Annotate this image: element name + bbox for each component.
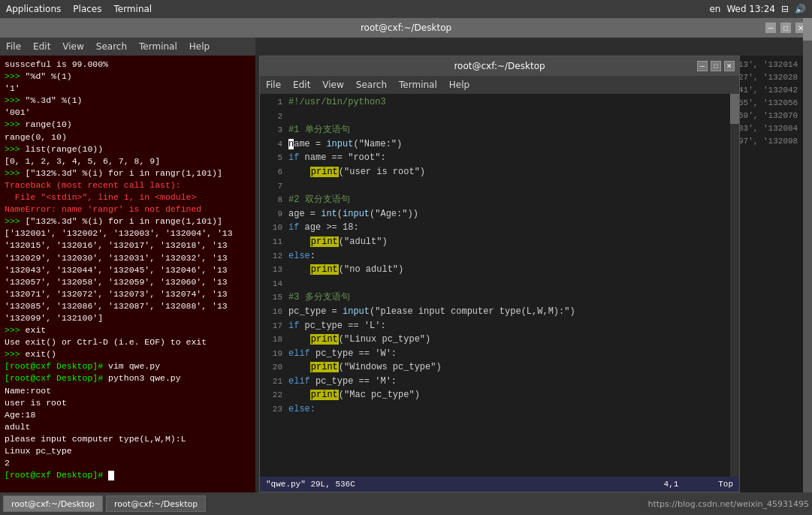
vim-scrollbar[interactable]: [730, 94, 739, 477]
main-menubar: File Edit View Search Terminal Help: [0, 38, 255, 56]
vim-maximize-button[interactable]: □: [711, 61, 721, 71]
system-time: Wed 13:24: [726, 4, 775, 14]
right-scrollbar[interactable]: [803, 18, 812, 492]
code-line-9: 9 age = int(input("Age:")): [260, 207, 730, 221]
system-bar-right: en Wed 13:24 ⊟ 🔊: [709, 4, 806, 14]
right-panel-line: 97', '132098: [738, 135, 801, 148]
taskbar-item-1-label: root@cxf:~/Desktop: [11, 499, 95, 509]
system-lang: en: [709, 4, 720, 14]
vim-code[interactable]: 1 #!/usr/bin/python3 2 3 #1 单分支语句 4 name…: [260, 94, 730, 477]
code-line-15: 15 #3 多分支语句: [260, 291, 730, 305]
system-bar-left: Applications Places Terminal: [6, 4, 152, 14]
main-titlebar-controls: ─ □ ✕: [765, 23, 806, 33]
code-line-5: 5 if name == "root":: [260, 151, 730, 165]
code-line-2: 2: [260, 110, 730, 124]
network-icon: ⊟: [781, 4, 789, 14]
taskbar-url: https://blog.csdn.net/weixin_45931495: [647, 499, 809, 509]
taskbar: root@cxf:~/Desktop root@cxf:~/Desktop ht…: [0, 492, 812, 515]
system-terminal[interactable]: Terminal: [113, 4, 152, 14]
volume-icon: 🔊: [795, 4, 806, 14]
vim-status-file: "qwe.py" 29L, 536C: [266, 480, 355, 489]
vim-menu-terminal[interactable]: Terminal: [399, 80, 437, 90]
system-apps[interactable]: Applications: [6, 4, 61, 14]
vim-window: root@cxf:~/Desktop ─ □ ✕ File Edit View …: [259, 56, 740, 492]
code-line-22: 22 print("Mac pc_type"): [260, 388, 730, 402]
taskbar-item-2[interactable]: root@cxf:~/Desktop: [106, 495, 206, 512]
vim-menubar: File Edit View Search Terminal Help: [260, 76, 739, 94]
vim-menu-view[interactable]: View: [322, 80, 343, 90]
code-line-23: 23 else:: [260, 402, 730, 417]
vim-title: root@cxf:~/Desktop: [454, 61, 545, 71]
menu-terminal[interactable]: Terminal: [139, 41, 177, 52]
menu-help[interactable]: Help: [189, 41, 210, 52]
code-line-18: 18 print("Linux pc_type"): [260, 333, 730, 347]
vim-close-button[interactable]: ✕: [724, 61, 735, 71]
vim-menu-edit[interactable]: Edit: [293, 80, 310, 90]
vim-menu-help[interactable]: Help: [449, 80, 469, 90]
code-line-12: 12 else:: [260, 249, 730, 264]
menu-edit[interactable]: Edit: [33, 41, 50, 52]
menu-search[interactable]: Search: [96, 41, 127, 52]
code-line-16: 16 pc_type = input("please input compute…: [260, 305, 730, 319]
maximize-button[interactable]: □: [780, 23, 791, 33]
vim-title-controls: ─ □ ✕: [697, 61, 735, 71]
vim-status-pos: 4,1 Top: [664, 480, 733, 489]
vim-content: 1 #!/usr/bin/python3 2 3 #1 单分支语句 4 name…: [260, 94, 739, 477]
terminal-content: sussceful is 99.000% >>> "%d" %(1) '1' >…: [0, 56, 255, 492]
right-panel-line: 13', '132014: [738, 59, 801, 71]
code-line-6: 6 print("user is root"): [260, 165, 730, 179]
right-scrollbar-thumb[interactable]: [803, 18, 812, 41]
right-panel-line: 83', '132084: [738, 122, 801, 135]
right-panel: 13', '132014 27', '132028 41', '132042 5…: [737, 56, 803, 492]
code-line-1: 1 #!/usr/bin/python3: [260, 95, 730, 110]
code-line-17: 17 if pc_type == 'L':: [260, 319, 730, 333]
code-line-3: 3 #1 单分支语句: [260, 123, 730, 137]
code-line-4: 4 name = input("Name:"): [260, 137, 730, 152]
system-bar: Applications Places Terminal en Wed 13:2…: [0, 0, 812, 18]
vim-titlebar: root@cxf:~/Desktop ─ □ ✕: [260, 56, 739, 76]
right-panel-line: 69', '132070: [738, 110, 801, 122]
system-places[interactable]: Places: [73, 4, 101, 14]
right-panel-line: 27', '132028: [738, 71, 801, 84]
vim-scrollbar-thumb[interactable]: [730, 94, 739, 124]
code-line-10: 10 if age >= 18:: [260, 221, 730, 235]
code-line-11: 11 print("adult"): [260, 235, 730, 249]
menu-file[interactable]: File: [6, 41, 21, 52]
right-panel-line: 55', '132056: [738, 97, 801, 110]
code-line-19: 19 elif pc_type == 'W':: [260, 347, 730, 361]
minimize-button[interactable]: ─: [765, 23, 776, 33]
taskbar-item-1[interactable]: root@cxf:~/Desktop: [3, 495, 103, 512]
vim-menu-file[interactable]: File: [266, 80, 281, 90]
right-panel-line: 41', '132042: [738, 84, 801, 97]
vim-minimize-button[interactable]: ─: [697, 61, 708, 71]
vim-menu-search[interactable]: Search: [356, 80, 387, 90]
code-line-13: 13 print("no adult"): [260, 263, 730, 277]
main-title: root@cxf:~/Desktop: [361, 23, 451, 33]
code-line-21: 21 elif pc_type == 'M':: [260, 375, 730, 389]
code-line-14: 14: [260, 277, 730, 291]
menu-view[interactable]: View: [62, 41, 83, 52]
taskbar-item-2-label: root@cxf:~/Desktop: [114, 499, 198, 509]
main-titlebar: root@cxf:~/Desktop ─ □ ✕: [0, 18, 812, 38]
code-line-8: 8 #2 双分支语句: [260, 193, 730, 207]
vim-statusbar: "qwe.py" 29L, 536C 4,1 Top: [260, 477, 739, 492]
code-line-20: 20 print("Windows pc_type"): [260, 360, 730, 375]
code-line-7: 7: [260, 179, 730, 194]
